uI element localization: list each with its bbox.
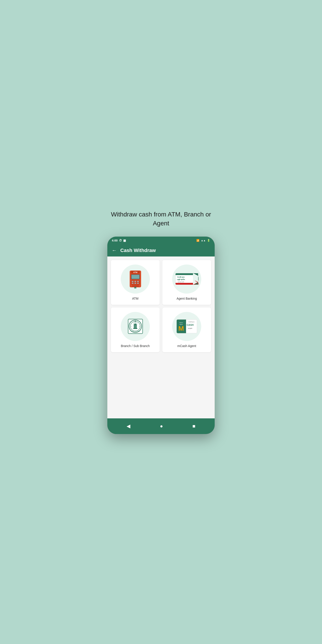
svg-rect-9 [132, 283, 134, 284]
svg-text:Islami: Islami [179, 322, 183, 323]
svg-text:M: M [178, 325, 184, 332]
svg-rect-10 [134, 283, 136, 284]
status-icon-2: ▦ [123, 239, 126, 242]
branch-card[interactable]: ISLAMI BANK BD ✦ ✦ Branch / Sub Branch [111, 308, 160, 352]
mcash-icon-circle: Islami Bank M CASH এম ক্যাশ ইসলামী ব্যাং… [172, 312, 201, 341]
svg-text:ISLAMI BANK BD: ISLAMI BANK BD [131, 330, 140, 332]
signal-icon: ▲▲ [201, 239, 206, 242]
page-header-title: Withdraw cash from ATM, Branch or Agent [105, 210, 217, 228]
mcash-icon: Islami Bank M CASH এম ক্যাশ ইসলামী ব্যাং… [176, 319, 198, 334]
svg-text:ইসলামী ব্যাংক: ইসলামী ব্যাংক [188, 321, 194, 323]
atm-label: ATM [132, 297, 139, 300]
app-bar: ← Cash Withdraw [107, 244, 215, 256]
branch-icon: ISLAMI BANK BD ✦ ✦ [126, 317, 145, 336]
status-right: 📶 ▲▲ 🔋 [196, 239, 210, 242]
status-bar: 4:00 ⏱ ▦ 📶 ▲▲ 🔋 [107, 236, 215, 244]
svg-rect-6 [132, 281, 134, 282]
atm-icon-circle: ATM [121, 264, 150, 294]
bottom-navigation: ◀ ● ■ [107, 418, 215, 434]
nav-home-button[interactable]: ● [158, 422, 164, 431]
svg-text:✦: ✦ [131, 326, 132, 327]
battery-icon: 🔋 [207, 239, 210, 242]
svg-text:ATM: ATM [133, 271, 137, 274]
empty-content-area [107, 356, 215, 418]
branch-icon-circle: ISLAMI BANK BD ✦ ✦ [121, 312, 150, 341]
svg-rect-12 [132, 286, 139, 286]
content-grid: ATM ATM [107, 256, 215, 356]
mcash-label: mCash Agent [177, 344, 196, 348]
svg-rect-27 [133, 328, 137, 329]
nav-back-button[interactable]: ◀ [125, 422, 132, 431]
atm-icon: ATM [127, 270, 144, 288]
app-bar-title: Cash Withdraw [120, 248, 156, 253]
svg-text:✦: ✦ [139, 326, 140, 327]
svg-text:CASH: CASH [186, 324, 194, 326]
nav-recent-button[interactable]: ■ [191, 422, 197, 431]
svg-text:ইসলামী ব্যাংক: ইসলামী ব্যাংক [177, 276, 185, 278]
agent-banking-label: Agent Banking [176, 297, 197, 300]
mcash-card[interactable]: Islami Bank M CASH এম ক্যাশ ইসলামী ব্যাং… [162, 308, 211, 352]
status-time: 4:00 [112, 239, 118, 242]
wifi-icon: 📶 [196, 239, 200, 242]
agent-banking-icon: ইসলামী ব্যাংক এজেন্ট ব্যাংকিং আপনার পাশে… [175, 273, 198, 285]
svg-text:আপনার পাশেই: আপনার পাশেই [178, 281, 184, 283]
status-left: 4:00 ⏱ ▦ [112, 239, 126, 242]
svg-rect-4 [132, 275, 139, 279]
svg-point-26 [135, 321, 136, 322]
svg-text:এজেন্ট ব্যাংকিং: এজেন্ট ব্যাংকিং [177, 278, 185, 281]
phone-frame: 4:00 ⏱ ▦ 📶 ▲▲ 🔋 ← Cash Withdraw ATM [107, 236, 215, 434]
svg-rect-7 [134, 281, 136, 282]
svg-text:এম ক্যাশ: এম ক্যাশ [188, 328, 192, 330]
back-button[interactable]: ← [112, 248, 117, 253]
branch-label: Branch / Sub Branch [121, 344, 150, 348]
status-icon-1: ⏱ [119, 239, 122, 242]
atm-card[interactable]: ATM ATM [111, 260, 160, 305]
svg-rect-8 [137, 281, 139, 282]
agent-banking-card[interactable]: ইসলামী ব্যাংক এজেন্ট ব্যাংকিং আপনার পাশে… [162, 260, 211, 305]
svg-rect-11 [137, 283, 139, 284]
agent-icon-circle: ইসলামী ব্যাংক এজেন্ট ব্যাংকিং আপনার পাশে… [172, 264, 201, 294]
